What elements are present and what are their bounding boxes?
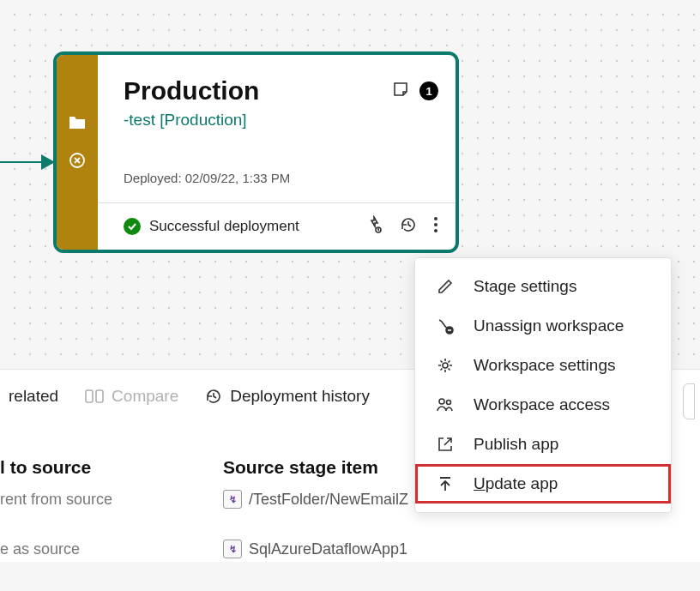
svg-point-2 — [434, 217, 438, 220]
sync-error-icon — [68, 151, 87, 173]
row-status-text: e as source — [0, 540, 223, 558]
external-link-icon — [436, 435, 455, 454]
folder-icon — [68, 115, 87, 134]
stage-body: Production 1 -test [Production] Deployed… — [98, 55, 456, 250]
pencil-icon — [436, 277, 455, 296]
deployment-status-text: Successful deployment — [149, 218, 356, 235]
more-options-icon[interactable] — [433, 215, 438, 238]
history-label: Deployment history — [230, 387, 370, 406]
menu-item-label: Unassign workspace — [474, 317, 624, 335]
stage-header: Production 1 -test [Production] Deployed… — [98, 55, 456, 202]
menu-publish-app[interactable]: Publish app — [415, 425, 671, 464]
svg-rect-10 — [96, 390, 103, 402]
toolbar-related[interactable]: related — [9, 387, 58, 406]
svg-point-6 — [443, 363, 448, 368]
menu-item-label: Workspace settings — [474, 356, 615, 375]
upload-icon — [436, 474, 455, 493]
unassign-icon — [436, 317, 455, 335]
compare-label: Compare — [112, 387, 178, 406]
svg-point-8 — [447, 401, 451, 405]
menu-item-label: Stage settings — [474, 277, 576, 296]
svg-rect-9 — [86, 390, 93, 402]
stage-title: Production — [124, 76, 259, 106]
menu-item-label: Update app — [474, 474, 558, 493]
toolbar-compare: Compare — [84, 387, 178, 406]
note-icon[interactable] — [392, 81, 409, 101]
column-header-left: l to source — [0, 457, 223, 478]
stage-sidebar — [57, 55, 98, 250]
row-status-text: rent from source — [0, 491, 223, 509]
dataflow-icon: ↯ — [223, 540, 242, 558]
gear-icon — [436, 356, 455, 375]
success-check-icon — [124, 218, 141, 235]
svg-point-7 — [439, 399, 444, 404]
svg-point-4 — [434, 229, 438, 232]
people-icon — [436, 395, 455, 414]
menu-unassign-workspace[interactable]: Unassign workspace — [415, 306, 671, 346]
row-item-name: /TestFolder/NewEmailZ — [249, 491, 408, 509]
menu-update-app[interactable]: Update app — [415, 464, 671, 504]
deploy-rules-icon[interactable] — [365, 215, 383, 238]
deployed-timestamp: Deployed: 02/09/22, 1:33 PM — [124, 171, 438, 185]
row-item-name: SqlAzureDataflowApp1 — [249, 540, 407, 558]
menu-workspace-settings[interactable]: Workspace settings — [415, 346, 671, 385]
stage-context-menu: Stage settings Unassign workspace Worksp… — [414, 257, 672, 513]
stage-workspace-name[interactable]: -test [Production] — [124, 111, 438, 130]
menu-stage-settings[interactable]: Stage settings — [415, 267, 671, 306]
table-row[interactable]: e as source ↯ SqlAzureDataflowApp1 — [0, 536, 700, 562]
toolbar-deployment-history[interactable]: Deployment history — [204, 387, 370, 406]
svg-point-3 — [434, 223, 438, 226]
item-count-badge: 1 — [419, 81, 438, 100]
stage-footer: Successful deployment — [98, 202, 456, 250]
history-icon[interactable] — [399, 215, 418, 238]
stage-card-production[interactable]: Production 1 -test [Production] Deployed… — [53, 51, 459, 253]
menu-workspace-access[interactable]: Workspace access — [415, 385, 671, 425]
dataflow-icon: ↯ — [223, 490, 242, 509]
menu-item-label: Workspace access — [474, 395, 610, 414]
panel-edge-button[interactable] — [683, 383, 695, 419]
menu-item-label: Publish app — [474, 435, 558, 454]
